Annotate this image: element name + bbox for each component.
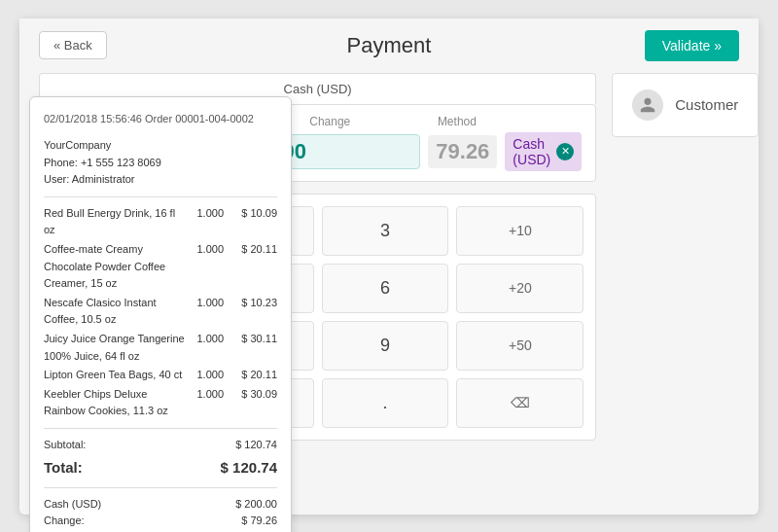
- numpad-key-3[interactable]: 3: [322, 206, 449, 256]
- numpad-key-6[interactable]: 6: [322, 264, 449, 313]
- receipt-change-value: $ 79.26: [241, 513, 277, 530]
- customer-icon: [632, 89, 663, 121]
- item-qty: 1.000: [185, 386, 224, 420]
- receipt-user: User: Administrator: [44, 171, 277, 189]
- receipt-item: Juicy Juice Orange Tangerine 100% Juice,…: [44, 331, 277, 365]
- receipt-company-name: YourCompany: [44, 137, 277, 155]
- receipt-datetime: 02/01/2018 15:56:46: [44, 113, 142, 124]
- receipt-item: Keebler Chips Deluxe Rainbow Cookies, 11…: [44, 386, 277, 420]
- receipt-phone: Phone: +1 555 123 8069: [44, 155, 277, 172]
- receipt-cash-label: Cash (USD): [44, 496, 101, 514]
- receipt-item: Lipton Green Tea Bags, 40 ct 1.000 $ 20.…: [44, 367, 277, 384]
- header: Back Payment Validate: [19, 18, 759, 73]
- change-value: 79.26: [428, 135, 497, 168]
- receipt-item: Nescafe Clasico Instant Coffee, 10.5 oz …: [44, 295, 277, 329]
- numpad-key-9[interactable]: 9: [322, 321, 449, 371]
- change-label: Change: [309, 115, 430, 128]
- total-label: Total:: [44, 456, 83, 479]
- right-panel: Customer: [612, 73, 759, 441]
- receipt: 02/01/2018 15:56:46 Order 00001-004-0002…: [29, 96, 292, 533]
- total-value: $ 120.74: [221, 456, 277, 479]
- numpad-key-⌫[interactable]: ⌫: [456, 378, 584, 428]
- item-qty: 1.000: [185, 367, 224, 384]
- receipt-totals: Subtotal: $ 120.74 Total: $ 120.74: [44, 437, 277, 479]
- item-name: Nescafe Clasico Instant Coffee, 10.5 oz: [44, 295, 185, 329]
- subtotal-label: Subtotal:: [44, 437, 86, 454]
- receipt-order: Order 00001-004-0002: [145, 113, 254, 124]
- main-container: Back Payment Validate Cash (USD) Due Ten…: [19, 18, 759, 514]
- receipt-header: 02/01/2018 15:56:46 Order 00001-004-0002: [44, 111, 277, 128]
- subtotal-value: $ 120.74: [235, 437, 277, 454]
- numpad-key-plus50[interactable]: +50: [456, 321, 584, 371]
- item-name: Red Bull Energy Drink, 16 fl oz: [44, 205, 185, 239]
- item-price: $ 10.23: [224, 295, 277, 329]
- numpad-key-plus10[interactable]: +10: [456, 206, 584, 256]
- receipt-item: Red Bull Energy Drink, 16 fl oz 1.000 $ …: [44, 205, 277, 239]
- receipt-item: Coffee-mate Creamy Chocolate Powder Coff…: [44, 241, 277, 293]
- item-qty: 1.000: [185, 295, 224, 329]
- item-name: Coffee-mate Creamy Chocolate Powder Coff…: [44, 241, 185, 293]
- numpad-key-.[interactable]: .: [322, 378, 449, 428]
- item-price: $ 30.11: [224, 331, 277, 365]
- method-text: Cash (USD): [513, 136, 550, 167]
- item-qty: 1.000: [185, 205, 224, 239]
- receipt-grand-total-row: Total: $ 120.74: [44, 456, 277, 479]
- receipt-items: Red Bull Energy Drink, 16 fl oz 1.000 $ …: [44, 205, 277, 420]
- validate-button[interactable]: Validate: [645, 30, 739, 61]
- method-value: Cash (USD) ✕: [505, 132, 582, 171]
- item-qty: 1.000: [185, 331, 224, 365]
- back-button[interactable]: Back: [39, 31, 107, 59]
- item-price: $ 10.09: [224, 205, 277, 239]
- item-price: $ 20.11: [224, 241, 277, 293]
- item-name: Keebler Chips Deluxe Rainbow Cookies, 11…: [44, 386, 185, 420]
- receipt-change-label: Change:: [44, 513, 85, 530]
- receipt-cash-value: $ 200.00: [235, 496, 277, 514]
- page-title: Payment: [347, 33, 432, 58]
- customer-label: Customer: [675, 96, 738, 113]
- item-name: Juicy Juice Orange Tangerine 100% Juice,…: [44, 331, 185, 365]
- numpad-key-plus20[interactable]: +20: [456, 264, 584, 313]
- receipt-company: YourCompany Phone: +1 555 123 8069 User:…: [44, 137, 277, 189]
- method-label: Method: [438, 115, 582, 128]
- receipt-subtotal-row: Subtotal: $ 120.74: [44, 437, 277, 454]
- customer-button[interactable]: Customer: [612, 73, 759, 137]
- remove-method-button[interactable]: ✕: [556, 143, 574, 160]
- item-name: Lipton Green Tea Bags, 40 ct: [44, 367, 185, 384]
- item-price: $ 30.09: [224, 386, 277, 420]
- item-price: $ 20.11: [224, 367, 277, 384]
- receipt-cash-row: Cash (USD) $ 200.00: [44, 496, 277, 514]
- item-qty: 1.000: [185, 241, 224, 293]
- receipt-change-row: Change: $ 79.26: [44, 513, 277, 530]
